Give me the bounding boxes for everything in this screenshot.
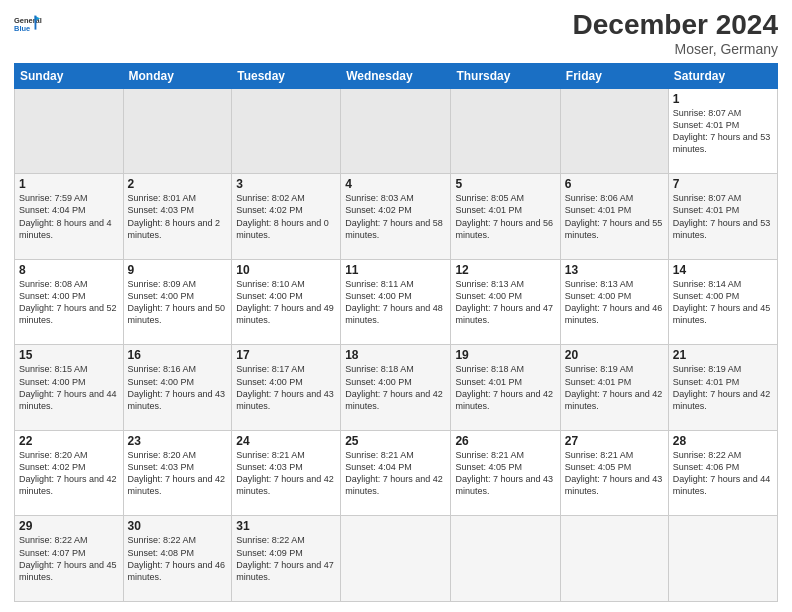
title-block: December 2024 Moser, Germany	[573, 10, 778, 57]
svg-rect-3	[35, 16, 37, 30]
day-number: 22	[19, 434, 119, 448]
table-row: 30Sunrise: 8:22 AMSunset: 4:08 PMDayligh…	[123, 516, 232, 602]
logo: GeneralBlue	[14, 10, 42, 38]
day-info: Sunrise: 8:03 AMSunset: 4:02 PMDaylight:…	[345, 193, 443, 239]
day-info: Sunrise: 8:16 AMSunset: 4:00 PMDaylight:…	[128, 364, 226, 410]
table-row: 13Sunrise: 8:13 AMSunset: 4:00 PMDayligh…	[560, 259, 668, 345]
day-number: 3	[236, 177, 336, 191]
day-info: Sunrise: 8:09 AMSunset: 4:00 PMDaylight:…	[128, 279, 226, 325]
day-info: Sunrise: 8:01 AMSunset: 4:03 PMDaylight:…	[128, 193, 221, 239]
table-row: 26Sunrise: 8:21 AMSunset: 4:05 PMDayligh…	[451, 430, 560, 516]
table-row: 11Sunrise: 8:11 AMSunset: 4:00 PMDayligh…	[341, 259, 451, 345]
day-info: Sunrise: 8:14 AMSunset: 4:00 PMDaylight:…	[673, 279, 771, 325]
calendar-week-row: 8Sunrise: 8:08 AMSunset: 4:00 PMDaylight…	[15, 259, 778, 345]
day-number: 2	[128, 177, 228, 191]
table-row: 12Sunrise: 8:13 AMSunset: 4:00 PMDayligh…	[451, 259, 560, 345]
table-row: 21Sunrise: 8:19 AMSunset: 4:01 PMDayligh…	[668, 345, 777, 431]
day-info: Sunrise: 8:07 AMSunset: 4:01 PMDaylight:…	[673, 108, 771, 154]
logo-icon: GeneralBlue	[14, 10, 42, 38]
day-number: 19	[455, 348, 555, 362]
calendar-week-row: 1Sunrise: 8:07 AMSunset: 4:01 PMDaylight…	[15, 88, 778, 174]
table-row: 1Sunrise: 8:07 AMSunset: 4:01 PMDaylight…	[668, 88, 777, 174]
calendar-week-row: 22Sunrise: 8:20 AMSunset: 4:02 PMDayligh…	[15, 430, 778, 516]
day-number: 14	[673, 263, 773, 277]
day-number: 8	[19, 263, 119, 277]
calendar-title: December 2024	[573, 10, 778, 41]
table-row: 5Sunrise: 8:05 AMSunset: 4:01 PMDaylight…	[451, 174, 560, 260]
calendar-header-row: Sunday Monday Tuesday Wednesday Thursday…	[15, 63, 778, 88]
calendar-week-row: 15Sunrise: 8:15 AMSunset: 4:00 PMDayligh…	[15, 345, 778, 431]
day-info: Sunrise: 8:15 AMSunset: 4:00 PMDaylight:…	[19, 364, 117, 410]
table-row: 1Sunrise: 7:59 AMSunset: 4:04 PMDaylight…	[15, 174, 124, 260]
day-number: 17	[236, 348, 336, 362]
day-info: Sunrise: 8:21 AMSunset: 4:03 PMDaylight:…	[236, 450, 334, 496]
calendar-subtitle: Moser, Germany	[573, 41, 778, 57]
table-row: 19Sunrise: 8:18 AMSunset: 4:01 PMDayligh…	[451, 345, 560, 431]
table-row: 8Sunrise: 8:08 AMSunset: 4:00 PMDaylight…	[15, 259, 124, 345]
col-friday: Friday	[560, 63, 668, 88]
day-number: 30	[128, 519, 228, 533]
day-info: Sunrise: 8:18 AMSunset: 4:01 PMDaylight:…	[455, 364, 553, 410]
day-number: 29	[19, 519, 119, 533]
col-sunday: Sunday	[15, 63, 124, 88]
day-info: Sunrise: 8:21 AMSunset: 4:05 PMDaylight:…	[565, 450, 663, 496]
day-info: Sunrise: 8:20 AMSunset: 4:02 PMDaylight:…	[19, 450, 117, 496]
table-row: 3Sunrise: 8:02 AMSunset: 4:02 PMDaylight…	[232, 174, 341, 260]
table-row: 15Sunrise: 8:15 AMSunset: 4:00 PMDayligh…	[15, 345, 124, 431]
day-info: Sunrise: 8:19 AMSunset: 4:01 PMDaylight:…	[565, 364, 663, 410]
day-number: 11	[345, 263, 446, 277]
day-info: Sunrise: 8:19 AMSunset: 4:01 PMDaylight:…	[673, 364, 771, 410]
table-row: 22Sunrise: 8:20 AMSunset: 4:02 PMDayligh…	[15, 430, 124, 516]
day-info: Sunrise: 8:22 AMSunset: 4:08 PMDaylight:…	[128, 535, 226, 581]
day-number: 1	[19, 177, 119, 191]
table-row: 18Sunrise: 8:18 AMSunset: 4:00 PMDayligh…	[341, 345, 451, 431]
table-row: 20Sunrise: 8:19 AMSunset: 4:01 PMDayligh…	[560, 345, 668, 431]
day-number: 18	[345, 348, 446, 362]
table-row: 14Sunrise: 8:14 AMSunset: 4:00 PMDayligh…	[668, 259, 777, 345]
day-number: 23	[128, 434, 228, 448]
day-number: 5	[455, 177, 555, 191]
day-info: Sunrise: 8:13 AMSunset: 4:00 PMDaylight:…	[565, 279, 663, 325]
col-thursday: Thursday	[451, 63, 560, 88]
day-number: 24	[236, 434, 336, 448]
day-number: 10	[236, 263, 336, 277]
table-row: 10Sunrise: 8:10 AMSunset: 4:00 PMDayligh…	[232, 259, 341, 345]
day-info: Sunrise: 7:59 AMSunset: 4:04 PMDaylight:…	[19, 193, 112, 239]
day-info: Sunrise: 8:10 AMSunset: 4:00 PMDaylight:…	[236, 279, 334, 325]
table-row: 28Sunrise: 8:22 AMSunset: 4:06 PMDayligh…	[668, 430, 777, 516]
table-row	[668, 516, 777, 602]
svg-text:Blue: Blue	[14, 24, 30, 33]
day-number: 25	[345, 434, 446, 448]
day-info: Sunrise: 8:08 AMSunset: 4:00 PMDaylight:…	[19, 279, 117, 325]
table-row: 23Sunrise: 8:20 AMSunset: 4:03 PMDayligh…	[123, 430, 232, 516]
day-info: Sunrise: 8:21 AMSunset: 4:04 PMDaylight:…	[345, 450, 443, 496]
calendar-week-row: 1Sunrise: 7:59 AMSunset: 4:04 PMDaylight…	[15, 174, 778, 260]
table-row: 7Sunrise: 8:07 AMSunset: 4:01 PMDaylight…	[668, 174, 777, 260]
day-number: 21	[673, 348, 773, 362]
calendar-table: Sunday Monday Tuesday Wednesday Thursday…	[14, 63, 778, 602]
day-number: 4	[345, 177, 446, 191]
col-wednesday: Wednesday	[341, 63, 451, 88]
table-row	[15, 88, 124, 174]
day-info: Sunrise: 8:18 AMSunset: 4:00 PMDaylight:…	[345, 364, 443, 410]
day-number: 20	[565, 348, 664, 362]
day-info: Sunrise: 8:21 AMSunset: 4:05 PMDaylight:…	[455, 450, 553, 496]
table-row: 17Sunrise: 8:17 AMSunset: 4:00 PMDayligh…	[232, 345, 341, 431]
table-row	[123, 88, 232, 174]
day-info: Sunrise: 8:17 AMSunset: 4:00 PMDaylight:…	[236, 364, 334, 410]
table-row: 4Sunrise: 8:03 AMSunset: 4:02 PMDaylight…	[341, 174, 451, 260]
table-row: 2Sunrise: 8:01 AMSunset: 4:03 PMDaylight…	[123, 174, 232, 260]
day-number: 27	[565, 434, 664, 448]
day-info: Sunrise: 8:11 AMSunset: 4:00 PMDaylight:…	[345, 279, 443, 325]
day-number: 26	[455, 434, 555, 448]
table-row: 31Sunrise: 8:22 AMSunset: 4:09 PMDayligh…	[232, 516, 341, 602]
day-number: 12	[455, 263, 555, 277]
table-row: 29Sunrise: 8:22 AMSunset: 4:07 PMDayligh…	[15, 516, 124, 602]
table-row: 9Sunrise: 8:09 AMSunset: 4:00 PMDaylight…	[123, 259, 232, 345]
day-info: Sunrise: 8:07 AMSunset: 4:01 PMDaylight:…	[673, 193, 771, 239]
day-number: 13	[565, 263, 664, 277]
day-info: Sunrise: 8:22 AMSunset: 4:07 PMDaylight:…	[19, 535, 117, 581]
col-monday: Monday	[123, 63, 232, 88]
day-number: 16	[128, 348, 228, 362]
page: GeneralBlue December 2024 Moser, Germany…	[0, 0, 792, 612]
